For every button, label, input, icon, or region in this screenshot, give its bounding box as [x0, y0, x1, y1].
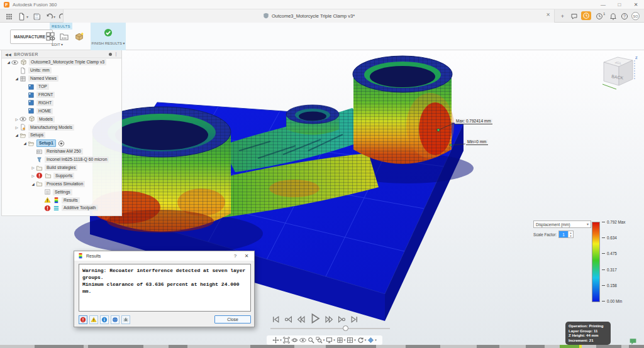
dialog-close-icon[interactable]: ✕: [242, 253, 251, 259]
layout-grid-icon[interactable]: ▾: [336, 337, 346, 344]
browser-item-right[interactable]: RIGHT: [2, 99, 121, 107]
browser-item-top[interactable]: TOP: [2, 83, 121, 91]
browser-header[interactable]: ◀◀ BROWSER ❘: [2, 50, 121, 58]
tree-collapsed-arrow-icon[interactable]: ▷: [14, 117, 19, 121]
edit-group-label[interactable]: EDIT ▾: [44, 42, 70, 46]
job-status-icon[interactable]: [581, 11, 591, 20]
step-forward-button[interactable]: [325, 315, 333, 323]
skip-end-button[interactable]: [350, 315, 358, 323]
step-back-button[interactable]: [297, 315, 305, 323]
debug-filter-button[interactable]: [121, 315, 130, 324]
document-tab[interactable]: Outcome3_Motorcycle Triple Clamp v3* ✕: [63, 9, 555, 23]
browser-item-front[interactable]: FRONT: [2, 91, 121, 99]
help-icon[interactable]: ?: [620, 12, 628, 20]
timeline-slider-handle[interactable]: [343, 325, 348, 331]
browser-item-supports[interactable]: ▷Supports: [2, 171, 121, 180]
tree-expanded-arrow-icon[interactable]: ◢: [22, 141, 28, 145]
browser-item-setups[interactable]: ◢Setups: [2, 131, 121, 139]
results-dialog-icon: [77, 253, 84, 259]
dialog-help-button[interactable]: ?: [231, 253, 240, 259]
app-grid-icon[interactable]: [5, 12, 13, 20]
browser-item-results[interactable]: Results: [2, 196, 121, 204]
error-filter-button[interactable]: [79, 315, 87, 324]
minimize-button[interactable]: —: [595, 0, 611, 9]
tree-collapsed-arrow-icon[interactable]: ▷: [30, 174, 36, 178]
scale-factor-stepper[interactable]: 1 ▴▾: [558, 231, 574, 238]
close-window-button[interactable]: ✕: [628, 0, 644, 9]
browser-item-home[interactable]: HOME: [2, 107, 121, 115]
next-increment-button[interactable]: [338, 315, 346, 323]
zoom-icon[interactable]: [308, 337, 314, 344]
undo-caret-icon: ▾: [53, 15, 55, 19]
undo-icon[interactable]: [45, 12, 53, 20]
view-cube[interactable]: BACK TOP Z: [597, 52, 643, 93]
tab-results[interactable]: RESULTS: [50, 23, 72, 30]
skip-start-button[interactable]: [272, 315, 280, 323]
app-title: Autodesk Fusion 360: [13, 2, 57, 8]
browser-panel: ◀◀ BROWSER ❘ ◢Outcome3_Motorcycle Triple…: [1, 50, 122, 216]
folder-icon: [36, 165, 43, 171]
status-line: Operation: Printing: [569, 324, 608, 329]
browser-item-build-strategies[interactable]: ▷Build strategies: [2, 164, 121, 172]
browser-item-label: HOME: [36, 108, 53, 114]
file-menu-icon[interactable]: [18, 12, 26, 20]
refresh-icon[interactable]: ▾: [357, 337, 367, 344]
browser-item-named-views[interactable]: ◢Named Views: [2, 75, 121, 83]
effects-icon[interactable]: ▾: [367, 337, 377, 344]
additive-box-icon[interactable]: [74, 31, 84, 41]
browser-item-models[interactable]: ▷Models: [2, 115, 121, 123]
tree-expanded-arrow-icon[interactable]: ◢: [14, 77, 19, 80]
panel-options-icon[interactable]: [109, 53, 112, 56]
bell-icon[interactable]: [609, 12, 617, 20]
radio-icon[interactable]: [58, 140, 65, 147]
browser-item-units-mm[interactable]: Units: mm: [2, 67, 121, 75]
comments-icon[interactable]: [570, 12, 578, 20]
finish-results-button[interactable]: FINISH RESULTS ▾: [91, 23, 126, 50]
timeline-slider-track[interactable]: [270, 328, 390, 329]
avatar[interactable]: SO: [631, 12, 640, 20]
info-filter-button[interactable]: [100, 315, 109, 324]
browser-item-process-simulation[interactable]: ◢Process Simulation: [2, 180, 121, 188]
tree-collapsed-arrow-icon[interactable]: ▷: [30, 166, 36, 170]
browser-item-setup1[interactable]: ◢Setup1: [2, 139, 121, 148]
save-icon[interactable]: [33, 12, 41, 20]
dialog-close-button[interactable]: Close: [214, 315, 251, 324]
play-button[interactable]: [309, 313, 321, 324]
zoom-window-icon[interactable]: ▾: [316, 337, 325, 344]
tab-close-icon[interactable]: ✕: [546, 12, 550, 18]
browser-item-additive-toolpath[interactable]: Additive Toolpath: [2, 204, 121, 212]
svg-text:?: ?: [623, 14, 626, 18]
browser-item-label: Named Views: [28, 75, 58, 82]
maximize-button[interactable]: □: [611, 0, 628, 9]
display-settings-icon[interactable]: ▾: [326, 337, 335, 344]
warning-filter-button[interactable]: [89, 315, 98, 324]
browser-item-manufacturing-models[interactable]: ▷Manufacturing Models: [2, 123, 121, 131]
browser-item-settings[interactable]: Settings: [2, 188, 121, 196]
notifications-clock-icon[interactable]: [595, 12, 603, 20]
browser-item-inconel-in625-1118-q-60-micron[interactable]: Inconel In625-1118-Q 60 micron: [2, 156, 121, 164]
legend-field-dropdown[interactable]: Displacement (mm)▾: [533, 220, 591, 228]
max-displacement-annotation: Max: 0.792414 mm: [455, 119, 492, 124]
tree-expanded-arrow-icon[interactable]: ◢: [14, 133, 19, 137]
chat-icon[interactable]: [629, 337, 637, 344]
results-dialog-titlebar[interactable]: Results ? ✕: [74, 251, 254, 261]
tree-expanded-arrow-icon[interactable]: ◢: [6, 60, 11, 64]
orbit-icon[interactable]: [291, 337, 298, 344]
browser-item-outcome3-motorcycle-triple-clamp-v3[interactable]: ◢Outcome3_Motorcycle Triple Clamp v3: [2, 58, 121, 67]
web-filter-button[interactable]: [111, 315, 119, 324]
prev-increment-button[interactable]: [284, 315, 292, 323]
tree-collapsed-arrow-icon[interactable]: ▷: [14, 126, 19, 129]
browser-item-renishaw-am-250[interactable]: Renishaw AM 250: [2, 148, 121, 156]
look-at-icon[interactable]: [299, 337, 306, 344]
viewports-icon[interactable]: ▾: [347, 337, 356, 344]
machine-icon: [36, 148, 43, 155]
fit-icon[interactable]: [283, 337, 290, 344]
taskbar-segment: [326, 345, 376, 348]
legend-tick: 0.475: [602, 251, 641, 256]
open-folder-icon[interactable]: [59, 31, 69, 41]
pan-icon[interactable]: ▾: [272, 337, 282, 344]
simulation-study-icon[interactable]: [45, 31, 55, 41]
tree-expanded-arrow-icon[interactable]: ◢: [30, 182, 36, 186]
new-tab-button[interactable]: +: [558, 12, 567, 20]
collapse-panel-icon[interactable]: ◀◀: [5, 52, 11, 57]
